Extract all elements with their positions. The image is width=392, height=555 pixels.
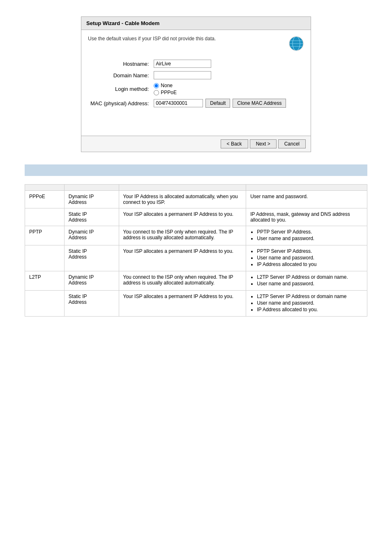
domain-row: Domain Name:: [88, 69, 304, 81]
domain-input-cell: [151, 69, 304, 81]
cell-description: You connect to the ISP only when require…: [119, 271, 246, 291]
radio-none[interactable]: [154, 83, 159, 88]
wizard-form-table: Hostname: Domain Name: Login method:: [88, 58, 304, 126]
hostname-label: Hostname:: [88, 58, 151, 69]
table-row: L2TPDynamic IPAddressYou connect to the …: [25, 271, 367, 291]
cell-description: Your ISP allocates a permanent IP Addres…: [119, 291, 246, 317]
radio-group-login: None PPPoE: [154, 83, 302, 95]
wizard-footer: < Back Next > Cancel: [81, 136, 311, 152]
clone-mac-button[interactable]: Clone MAC Address: [233, 99, 286, 108]
login-method-row: Login method: None PPPoE: [88, 81, 304, 97]
cell-requirements: User name and password.: [246, 191, 367, 208]
wizard-desc-row: Use the default values if your ISP did n…: [88, 36, 304, 51]
spacer-row: [88, 109, 304, 126]
blue-band: [25, 164, 367, 176]
globe-icon: [288, 36, 304, 51]
cell-address: Dynamic IPAddress: [64, 226, 119, 245]
table-row: PPTPDynamic IPAddressYou connect to the …: [25, 226, 367, 245]
cell-requirements: PPTP Server IP Address.User name and pas…: [246, 245, 367, 271]
col-header-requirements: [246, 185, 367, 191]
radio-none-label[interactable]: None: [154, 83, 302, 88]
cell-address: Static IPAddress: [64, 208, 119, 226]
cell-type: [25, 208, 65, 226]
cell-description: Your ISP allocates a permanent IP Addres…: [119, 245, 246, 271]
domain-label: Domain Name:: [88, 69, 151, 81]
cell-type: [25, 245, 65, 271]
wizard-body: Use the default values if your ISP did n…: [81, 30, 311, 136]
cell-type: [25, 291, 65, 317]
default-button[interactable]: Default: [205, 99, 230, 108]
hostname-input-cell: [151, 58, 304, 69]
cell-address: Static IPAddress: [64, 291, 119, 317]
col-header-description: [119, 185, 246, 191]
cell-type: PPPoE: [25, 191, 65, 208]
back-button[interactable]: < Back: [221, 139, 248, 148]
col-header-address: [64, 185, 119, 191]
cell-requirements: L2TP Server IP Address or domain nameUse…: [246, 291, 367, 317]
hostname-row: Hostname:: [88, 58, 304, 69]
cancel-button[interactable]: Cancel: [278, 139, 306, 148]
mac-input[interactable]: [154, 99, 203, 107]
cell-description: Your ISP allocates a permanent IP Addres…: [119, 208, 246, 226]
reference-table: PPPoEDynamic IPAddressYour IP Address is…: [25, 184, 367, 317]
mac-row: MAC (physical) Address: Default Clone MA…: [88, 97, 304, 109]
mac-input-cell: Default Clone MAC Address: [151, 97, 304, 109]
mac-label: MAC (physical) Address:: [88, 97, 151, 109]
table-row: Static IPAddressYour ISP allocates a per…: [25, 291, 367, 317]
mac-row-container: Default Clone MAC Address: [154, 99, 302, 108]
login-method-label: Login method:: [88, 81, 151, 97]
col-header-type: [25, 185, 65, 191]
radio-pppoe-label[interactable]: PPPoE: [154, 90, 302, 95]
cell-description: You connect to the ISP only when require…: [119, 226, 246, 245]
wizard-title: Setup Wizard - Cable Modem: [81, 17, 311, 30]
setup-wizard-panel: Setup Wizard - Cable Modem Use the defau…: [81, 16, 311, 152]
table-row: Static IPAddressYour ISP allocates a per…: [25, 208, 367, 226]
table-header-row: [25, 185, 367, 191]
domain-input[interactable]: [154, 71, 211, 79]
radio-pppoe[interactable]: [154, 90, 159, 95]
cell-type: L2TP: [25, 271, 65, 291]
radio-none-text: None: [161, 83, 173, 88]
cell-requirements: IP Address, mask, gateway and DNS addres…: [246, 208, 367, 226]
login-method-options: None PPPoE: [151, 81, 304, 97]
table-body: PPPoEDynamic IPAddressYour IP Address is…: [25, 191, 367, 317]
wizard-description: Use the default values if your ISP did n…: [88, 36, 288, 42]
cell-requirements: PPTP Server IP Address.User name and pas…: [246, 226, 367, 245]
cell-requirements: L2TP Server IP Address or domain name.Us…: [246, 271, 367, 291]
cell-address: Static IPAddress: [64, 245, 119, 271]
cell-address: Dynamic IPAddress: [64, 191, 119, 208]
table-row: Static IPAddressYour ISP allocates a per…: [25, 245, 367, 271]
cell-description: Your IP Address is allocated automatical…: [119, 191, 246, 208]
next-button[interactable]: Next >: [250, 139, 277, 148]
hostname-input[interactable]: [154, 60, 211, 68]
cell-type: PPTP: [25, 226, 65, 245]
radio-pppoe-text: PPPoE: [161, 90, 177, 95]
table-row: PPPoEDynamic IPAddressYour IP Address is…: [25, 191, 367, 208]
cell-address: Dynamic IPAddress: [64, 271, 119, 291]
